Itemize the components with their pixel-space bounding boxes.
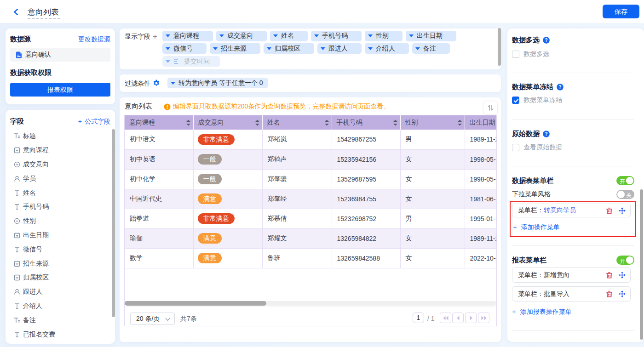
- svg-text:?: ?: [558, 85, 561, 90]
- svg-text:?: ?: [545, 131, 547, 137]
- svg-text:?: ?: [545, 38, 547, 43]
